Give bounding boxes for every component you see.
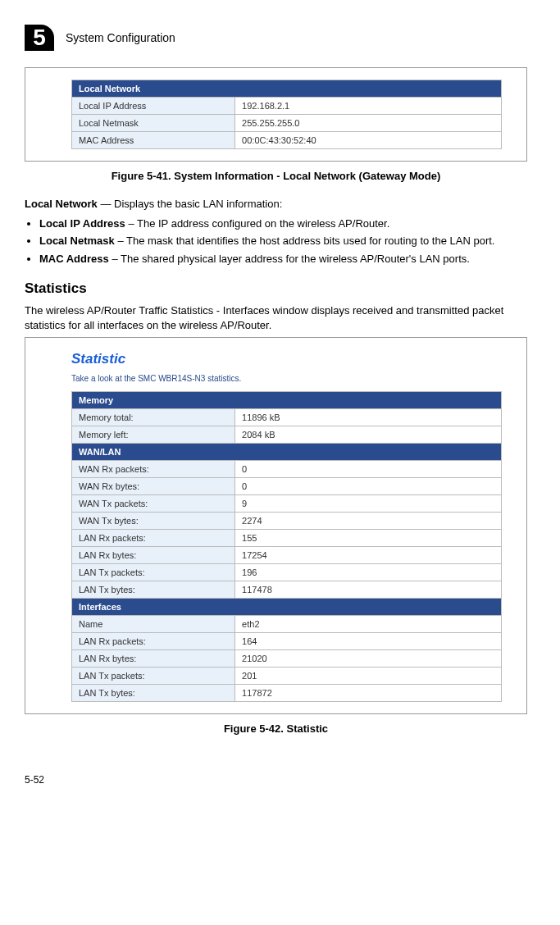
row-label: WAN Rx packets: — [72, 461, 235, 478]
item-bold: Local Netmask — [39, 235, 115, 247]
row-label: Name — [72, 616, 235, 633]
figure-41-caption: Figure 5-41. System Information - Local … — [25, 170, 527, 182]
table-row: WAN Rx bytes:0 — [72, 478, 502, 495]
row-value: eth2 — [235, 616, 502, 633]
chapter-number-box: 5 — [25, 25, 54, 51]
row-value: 255.255.255.0 — [235, 115, 502, 132]
figure-42-box: Statistic Take a look at the SMC WBR14S-… — [25, 337, 527, 714]
row-label: WAN Rx bytes: — [72, 478, 235, 495]
row-label: Memory left: — [72, 426, 235, 444]
row-value: 2084 kB — [235, 426, 502, 444]
interfaces-section-header: Interfaces — [72, 599, 502, 616]
chapter-title: System Configuration — [66, 31, 175, 44]
row-value: 164 — [235, 633, 502, 650]
row-label: LAN Tx packets: — [72, 668, 235, 685]
row-value: 21020 — [235, 650, 502, 668]
table-row: WAN Rx packets:0 — [72, 461, 502, 478]
statistics-heading: Statistics — [25, 280, 527, 297]
item-rest: – The shared physical layer address for … — [109, 253, 470, 265]
row-label: Local Netmask — [72, 115, 235, 132]
row-label: Local IP Address — [72, 98, 235, 115]
table-row: WAN Tx packets:9 — [72, 495, 502, 513]
row-value: 9 — [235, 495, 502, 513]
statistics-intro: The wireless AP/Router Traffic Statistic… — [25, 303, 527, 332]
local-network-section-header: Local Network — [72, 80, 502, 98]
row-label: Memory total: — [72, 409, 235, 426]
row-value: 155 — [235, 530, 502, 547]
table-row: LAN Rx packets:164 — [72, 633, 502, 650]
table-row: LAN Tx bytes:117872 — [72, 685, 502, 702]
row-value: 00:0C:43:30:52:40 — [235, 132, 502, 149]
figure-42-caption: Figure 5-42. Statistic — [25, 722, 527, 735]
item-rest: – The mask that identifies the host addr… — [115, 235, 495, 247]
table-row: LAN Rx bytes:21020 — [72, 650, 502, 668]
list-item: MAC Address – The shared physical layer … — [39, 252, 527, 267]
table-row: LAN Tx packets:196 — [72, 564, 502, 581]
table-row: WAN Tx bytes:2274 — [72, 513, 502, 530]
row-label: MAC Address — [72, 132, 235, 149]
list-item: Local IP Address – The IP address config… — [39, 216, 527, 231]
row-value: 0 — [235, 461, 502, 478]
memory-section-header: Memory — [72, 392, 502, 409]
row-value: 117872 — [235, 685, 502, 702]
list-item: Local Netmask – The mask that identifies… — [39, 234, 527, 248]
item-bold: Local IP Address — [39, 217, 125, 230]
table-row: Local Netmask 255.255.255.0 — [72, 115, 502, 132]
row-value: 117478 — [235, 581, 502, 599]
row-label: LAN Tx bytes: — [72, 685, 235, 702]
row-label: LAN Rx bytes: — [72, 650, 235, 668]
row-value: 201 — [235, 668, 502, 685]
item-rest: – The IP address configured on the wirel… — [125, 217, 390, 230]
item-bold: MAC Address — [39, 253, 109, 265]
row-label: WAN Tx bytes: — [72, 513, 235, 530]
page-header: 5 System Configuration — [25, 25, 527, 51]
local-network-table: Local Network Local IP Address 192.168.2… — [71, 80, 502, 149]
table-row: Nameeth2 — [72, 616, 502, 633]
local-network-list: Local IP Address – The IP address config… — [25, 216, 527, 267]
wanlan-section-header: WAN/LAN — [72, 444, 502, 461]
row-label: LAN Tx bytes: — [72, 581, 235, 599]
figure-41-box: Local Network Local IP Address 192.168.2… — [25, 67, 527, 162]
table-row: Memory total:11896 kB — [72, 409, 502, 426]
table-row: Local IP Address 192.168.2.1 — [72, 98, 502, 115]
page-number: 5-52 — [25, 774, 527, 786]
lead-rest: — Displays the basic LAN information: — [98, 198, 282, 210]
table-row: LAN Tx bytes:117478 — [72, 581, 502, 599]
local-network-lead: Local Network — Displays the basic LAN i… — [25, 197, 527, 212]
statistic-table: Memory Memory total:11896 kB Memory left… — [71, 391, 502, 702]
row-value: 2274 — [235, 513, 502, 530]
table-row: LAN Rx bytes:17254 — [72, 547, 502, 564]
row-label: LAN Tx packets: — [72, 564, 235, 581]
statistic-title: Statistic — [71, 351, 502, 367]
row-label: WAN Tx packets: — [72, 495, 235, 513]
table-row: LAN Rx packets:155 — [72, 530, 502, 547]
table-row: Memory left:2084 kB — [72, 426, 502, 444]
row-value: 0 — [235, 478, 502, 495]
row-value: 17254 — [235, 547, 502, 564]
row-label: LAN Rx packets: — [72, 633, 235, 650]
table-row: LAN Tx packets:201 — [72, 668, 502, 685]
row-value: 196 — [235, 564, 502, 581]
lead-bold: Local Network — [25, 198, 98, 210]
table-row: MAC Address 00:0C:43:30:52:40 — [72, 132, 502, 149]
statistic-subtitle: Take a look at the SMC WBR14S-N3 statist… — [71, 374, 502, 383]
row-label: LAN Rx packets: — [72, 530, 235, 547]
row-value: 11896 kB — [235, 409, 502, 426]
row-label: LAN Rx bytes: — [72, 547, 235, 564]
row-value: 192.168.2.1 — [235, 98, 502, 115]
